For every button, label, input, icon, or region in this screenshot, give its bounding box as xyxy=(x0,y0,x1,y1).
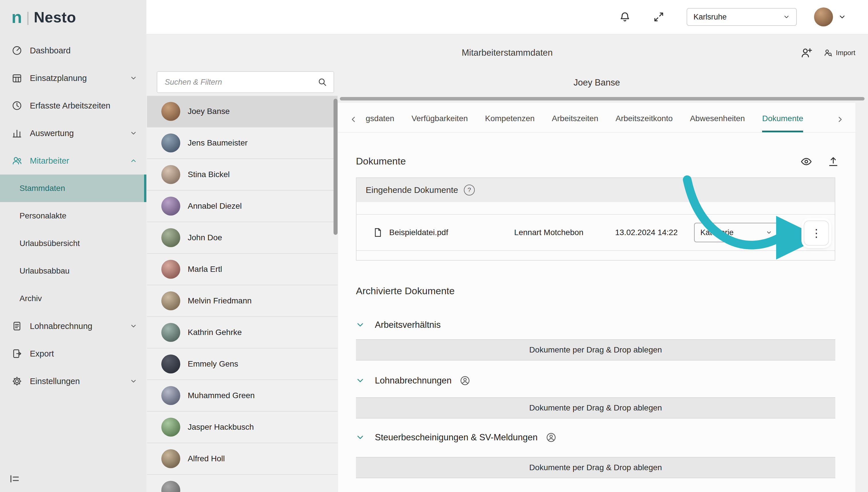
notifications-bell-icon[interactable] xyxy=(619,11,631,23)
tab-dokumente[interactable]: Dokumente xyxy=(762,106,803,132)
dropzone-steuerbescheinigungen[interactable]: Dokumente per Drag & Drop ablegen xyxy=(356,457,835,478)
sidebar-item-erfasste-arbeitszeiten[interactable]: Erfasste Arbeitszeiten xyxy=(0,92,146,119)
chevron-down-icon xyxy=(130,322,137,330)
tab-abwesenheiten[interactable]: Abwesenheiten xyxy=(690,106,745,132)
employee-list-item[interactable]: John Doe xyxy=(147,222,338,254)
tab-verfuegbarkeiten[interactable]: Verfügbarkeiten xyxy=(412,106,468,132)
logo-text: Nesto xyxy=(34,10,76,25)
sidebar: n | Nesto Dashboard Einsatzplanung Erfas… xyxy=(0,0,146,492)
chevron-down-icon xyxy=(783,14,790,20)
search-icon[interactable] xyxy=(318,77,327,87)
sidebar-item-auswertung[interactable]: Auswertung xyxy=(0,119,146,147)
sidebar-item-export[interactable]: Export xyxy=(0,340,146,367)
avatar xyxy=(161,449,180,468)
employee-name: Muhammed Green xyxy=(188,391,255,400)
sidebar-item-einsatzplanung[interactable]: Einsatzplanung xyxy=(0,64,146,92)
tabs-scroll-right-icon[interactable] xyxy=(836,115,844,123)
people-icon xyxy=(11,155,22,166)
incoming-documents-panel: Eingehende Dokumente ? Beispieldatei.pdf… xyxy=(356,177,835,261)
page-title: Mitarbeiterstammdaten xyxy=(146,48,868,58)
employee-name: John Doe xyxy=(188,233,222,242)
category-steuerbescheinigungen[interactable]: Steuerbescheinigungen & SV-Meldungen xyxy=(356,428,556,447)
tab-arbeitszeitkonto[interactable]: Arbeitszeitkonto xyxy=(615,106,672,132)
avatar xyxy=(814,7,833,26)
document-file[interactable]: Beispieldatei.pdf xyxy=(373,215,448,250)
sidebar-collapse-icon[interactable] xyxy=(8,473,20,485)
sidebar-item-mitarbeiter[interactable]: Mitarbeiter xyxy=(0,147,146,174)
export-icon xyxy=(11,348,22,359)
section-title: Dokumente xyxy=(356,155,406,167)
add-employee-button[interactable] xyxy=(800,47,813,59)
tab-kompetenzen[interactable]: Kompetenzen xyxy=(485,106,535,132)
dropzone-label: Dokumente per Drag & Drop ablegen xyxy=(529,403,662,413)
employee-list-item[interactable]: Joey Banse xyxy=(147,96,338,127)
import-label: Import xyxy=(836,49,855,57)
category-lohnabrechnungen[interactable]: Lohnabrechnungen xyxy=(356,371,470,390)
file-icon xyxy=(373,227,383,238)
sidebar-subitem-personalakte[interactable]: Personalakte xyxy=(0,202,146,230)
avatar xyxy=(161,481,180,492)
gear-icon xyxy=(11,376,22,387)
chevron-up-icon xyxy=(130,157,137,165)
import-button[interactable]: Import xyxy=(823,48,855,58)
document-timestamp: 13.02.2024 14:22 xyxy=(603,215,690,250)
chevron-down-icon xyxy=(766,229,772,236)
logo-mark: n xyxy=(11,8,22,26)
employee-list-item[interactable]: Annabel Diezel xyxy=(147,191,338,222)
document-actions-menu-button[interactable]: ⋮ xyxy=(804,220,829,246)
sidebar-item-einstellungen[interactable]: Einstellungen xyxy=(0,367,146,395)
fullscreen-icon[interactable] xyxy=(653,11,665,23)
chevron-down-icon xyxy=(130,377,137,385)
nesto-logo[interactable]: n | Nesto xyxy=(11,8,76,26)
sidebar-item-label: Mitarbeiter xyxy=(30,156,69,166)
employee-list-item[interactable]: Alfred Holl xyxy=(147,443,338,475)
employee-list-item[interactable]: Muhammed Green xyxy=(147,380,338,412)
app: n | Nesto Dashboard Einsatzplanung Erfas… xyxy=(0,0,868,492)
tabs-scroll-left-icon[interactable] xyxy=(350,115,358,123)
employee-list-item[interactable]: Kathrin Gehrke xyxy=(147,317,338,348)
page-header: Mitarbeiterstammdaten Import xyxy=(146,34,868,71)
category-select[interactable]: Kategorie xyxy=(694,223,778,242)
category-select-value: Kategorie xyxy=(700,228,734,237)
upload-icon[interactable] xyxy=(827,155,839,168)
sidebar-subitem-archiv[interactable]: Archiv xyxy=(0,285,146,312)
employee-list-item[interactable]: Stina Bickel xyxy=(147,159,338,191)
chevron-down-icon xyxy=(356,376,365,385)
location-select[interactable]: Karlsruhe xyxy=(687,8,797,26)
sidebar-item-lohnabrechnung[interactable]: Lohnabrechnung xyxy=(0,312,146,340)
employee-list-item[interactable]: Marla Ertl xyxy=(147,254,338,285)
employee-list-item[interactable]: Jens Baumeister xyxy=(147,127,338,159)
employee-list-item[interactable]: Emmely Gens xyxy=(147,348,338,380)
sidebar-item-dashboard[interactable]: Dashboard xyxy=(0,37,146,64)
dropzone-lohnabrechnungen[interactable]: Dokumente per Drag & Drop ablegen xyxy=(356,397,835,419)
sidebar-item-label: Auswertung xyxy=(30,129,74,138)
horizontal-scrollbar[interactable] xyxy=(340,97,865,100)
tab-arbeitszeiten[interactable]: Arbeitszeiten xyxy=(552,106,598,132)
preview-eye-icon[interactable] xyxy=(800,155,812,168)
category-label: Steuerbescheinigungen & SV-Meldungen xyxy=(375,432,538,443)
chevron-down-icon xyxy=(356,433,365,442)
dropzone-arbeitsverhaeltnis[interactable]: Dokumente per Drag & Drop ablegen xyxy=(356,339,835,361)
search-input[interactable] xyxy=(164,77,313,87)
search-box xyxy=(157,71,334,93)
employee-list-scrollbar[interactable] xyxy=(333,99,338,235)
sidebar-subitem-urlaubsuebersicht[interactable]: Urlaubsübersicht xyxy=(0,230,146,257)
sidebar-subitem-stammdaten[interactable]: Stammdaten xyxy=(0,174,146,202)
employee-name: Kathrin Gehrke xyxy=(188,328,242,337)
archived-documents-title: Archivierte Dokumente xyxy=(356,285,455,297)
sidebar-subitem-urlaubsabbau[interactable]: Urlaubsabbau xyxy=(0,257,146,285)
employee-list-item[interactable]: Jasper Hackbusch xyxy=(147,412,338,443)
help-icon[interactable]: ? xyxy=(464,184,475,195)
employee-list-item[interactable]: Melvin Friedmann xyxy=(147,285,338,317)
dropzone-label: Dokumente per Drag & Drop ablegen xyxy=(529,345,662,354)
document-region: gsdaten Verfügbarkeiten Kompetenzen Arbe… xyxy=(338,103,855,492)
avatar xyxy=(161,260,180,279)
employee-list-item-partial[interactable] xyxy=(147,475,338,492)
tab-beschaeftigungsdaten[interactable]: gsdaten xyxy=(366,106,394,132)
sidebar-subitem-label: Urlaubsübersicht xyxy=(20,239,80,248)
employee-name: Emmely Gens xyxy=(188,360,238,369)
header-actions: Import xyxy=(800,34,855,71)
user-menu[interactable] xyxy=(814,7,846,26)
sidebar-item-label: Lohnabrechnung xyxy=(30,321,93,331)
category-arbeitsverhaeltnis[interactable]: Arbeitsverhältnis xyxy=(356,315,441,335)
